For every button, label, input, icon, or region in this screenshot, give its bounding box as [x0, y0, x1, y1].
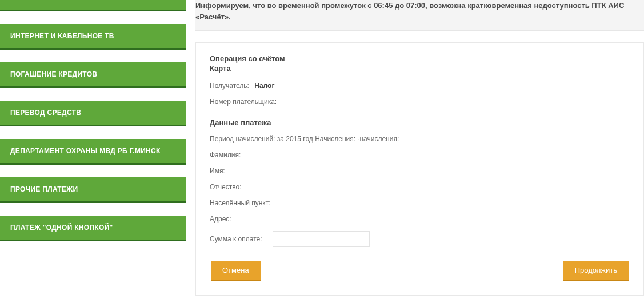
sidebar: ИНТЕРНЕТ И КАБЕЛЬНОЕ ТВ ПОГАШЕНИЕ КРЕДИТ… — [0, 0, 186, 296]
payment-panel: Операция со счётом Карта Получатель: Нал… — [195, 42, 644, 296]
sidebar-item-label: ИНТЕРНЕТ И КАБЕЛЬНОЕ ТВ — [10, 32, 114, 40]
locality-row: Населённый пункт: — [210, 199, 630, 207]
period-row: Период начислений: за 2015 год Начислени… — [210, 135, 630, 143]
recipient-value: Налог — [254, 82, 274, 90]
cancel-button[interactable]: Отмена — [211, 261, 261, 281]
recipient-row: Получатель: Налог — [210, 82, 630, 90]
address-label: Адрес: — [210, 215, 231, 223]
lastname-row: Фамилия: — [210, 151, 630, 159]
period-text: Период начислений: за 2015 год Начислени… — [210, 135, 399, 143]
firstname-label: Имя: — [210, 167, 225, 175]
sidebar-item-internet-tv[interactable]: ИНТЕРНЕТ И КАБЕЛЬНОЕ ТВ — [0, 24, 186, 50]
amount-row: Сумма к оплате: — [210, 231, 630, 247]
patronymic-row: Отчество: — [210, 183, 630, 191]
payer-number-row: Номер плательщика: — [210, 98, 630, 106]
sidebar-item-label: ДЕПАРТАМЕНТ ОХРАНЫ МВД РБ Г.МИНСК — [10, 147, 161, 155]
main-area: Информируем, что во временной промежуток… — [195, 0, 644, 296]
firstname-row: Имя: — [210, 167, 630, 175]
locality-label: Населённый пункт: — [210, 199, 271, 207]
continue-button[interactable]: Продолжить — [563, 261, 629, 281]
operation-title: Операция со счётом — [210, 54, 630, 63]
patronymic-label: Отчество: — [210, 183, 242, 191]
card-line: Карта — [210, 64, 630, 73]
amount-label: Сумма к оплате: — [210, 235, 262, 243]
payment-data-title: Данные платежа — [210, 118, 630, 127]
amount-input[interactable] — [273, 231, 370, 247]
lastname-label: Фамилия: — [210, 151, 241, 159]
sidebar-item-label: ПЕРЕВОД СРЕДСТВ — [10, 109, 81, 117]
sidebar-item-credit-repayment[interactable]: ПОГАШЕНИЕ КРЕДИТОВ — [0, 62, 186, 88]
sidebar-item-label: ПОГАШЕНИЕ КРЕДИТОВ — [10, 70, 97, 78]
sidebar-item-label: ПРОЧИЕ ПЛАТЕЖИ — [10, 185, 78, 193]
sidebar-item-label: ПЛАТЁЖ "ОДНОЙ КНОПКОЙ" — [10, 224, 113, 232]
notice-text: Информируем, что во временной промежуток… — [195, 1, 624, 21]
actions-row: Отмена Продолжить — [210, 261, 630, 281]
recipient-label: Получатель: — [210, 82, 249, 90]
address-row: Адрес: — [210, 215, 630, 223]
payer-number-label: Номер плательщика: — [210, 98, 277, 106]
sidebar-item-other-payments[interactable]: ПРОЧИЕ ПЛАТЕЖИ — [0, 177, 186, 203]
sidebar-item-one-button-payment[interactable]: ПЛАТЁЖ "ОДНОЙ КНОПКОЙ" — [0, 216, 186, 241]
sidebar-item-security-dept[interactable]: ДЕПАРТАМЕНТ ОХРАНЫ МВД РБ Г.МИНСК — [0, 139, 186, 165]
notice-bar: Информируем, что во временной промежуток… — [195, 0, 644, 31]
sidebar-item-funds-transfer[interactable]: ПЕРЕВОД СРЕДСТВ — [0, 101, 186, 126]
sidebar-item-top-stub[interactable] — [0, 0, 186, 11]
